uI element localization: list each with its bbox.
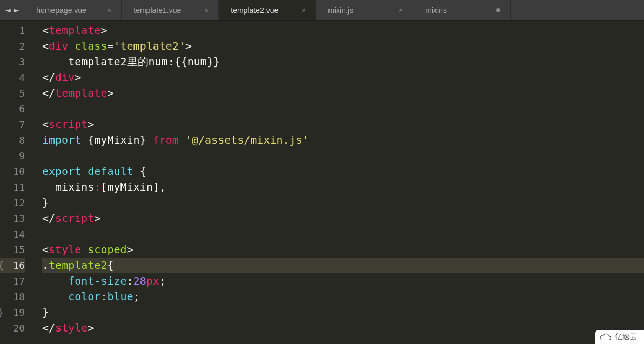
code-editor[interactable]: 12345678910111213141516{171819}20 <templ…	[0, 21, 644, 344]
line-number: 18	[0, 289, 25, 305]
tab-mixins[interactable]: mixins	[413, 0, 511, 20]
code-line[interactable]: <template>	[42, 23, 644, 38]
forward-arrow-icon[interactable]: ►	[14, 5, 19, 15]
code-line[interactable]: </style>	[42, 320, 644, 336]
token: {	[133, 165, 146, 178]
token: >	[185, 39, 192, 52]
token: <	[42, 24, 49, 37]
code-line[interactable]	[42, 101, 644, 117]
token: script	[49, 118, 88, 131]
code-line[interactable]	[42, 226, 644, 242]
code-line[interactable]: mixins:[myMixin],	[42, 179, 644, 195]
token	[42, 274, 68, 287]
code-line[interactable]: <script>	[42, 117, 644, 132]
token: :	[94, 180, 100, 193]
token	[179, 133, 185, 146]
tab-mixin-js[interactable]: mixin.js×	[316, 0, 413, 20]
cloud-icon	[600, 333, 612, 341]
line-number: 15	[0, 242, 25, 258]
code-line[interactable]: </script>	[42, 211, 644, 226]
text-cursor	[113, 260, 113, 273]
token: >	[75, 71, 81, 84]
token: template2里的num:{{num}}	[42, 55, 220, 68]
code-line[interactable]: import {myMixin} from '@/assets/mixin.js…	[42, 132, 644, 148]
tab-template1-vue[interactable]: template1.vue×	[122, 0, 219, 20]
token: :	[100, 290, 107, 303]
tab-template2-vue[interactable]: template2.vue×	[219, 0, 316, 20]
token: template	[49, 24, 100, 37]
line-number: 19}	[0, 305, 25, 320]
token: >	[100, 24, 107, 37]
token: div	[55, 71, 75, 84]
tab-label: template2.vue	[231, 6, 278, 15]
line-number: 11	[0, 179, 25, 195]
tab-label: template1.vue	[133, 6, 181, 15]
token: :	[127, 274, 133, 287]
fold-open-icon[interactable]: {	[0, 258, 4, 273]
line-number: 17	[0, 273, 25, 289]
token: {myMixin}	[81, 133, 152, 146]
token: div	[49, 39, 68, 52]
code-line[interactable]: <style scoped>	[42, 242, 644, 258]
code-line[interactable]: </template>	[42, 85, 644, 101]
line-number: 6	[0, 101, 25, 117]
line-gutter: 12345678910111213141516{171819}20	[0, 21, 32, 344]
code-line[interactable]: template2里的num:{{num}}	[42, 54, 644, 70]
back-arrow-icon[interactable]: ◄	[5, 5, 11, 15]
token: px	[146, 274, 159, 287]
token: [myMixin],	[100, 180, 165, 193]
token: template2	[49, 259, 107, 272]
token: 'template2'	[113, 39, 185, 52]
token: </	[42, 71, 55, 84]
token: >	[88, 118, 94, 131]
token: <	[42, 243, 49, 256]
token: blue	[107, 290, 133, 303]
token: >	[107, 86, 113, 99]
tab-label: mixin.js	[328, 6, 353, 15]
code-line[interactable]: export default {	[42, 164, 644, 179]
code-line[interactable]: color:blue;	[42, 289, 644, 305]
code-line[interactable]: font-size:28px;	[42, 273, 644, 289]
watermark-badge: 亿速云	[595, 330, 644, 344]
line-number: 9	[0, 148, 25, 164]
line-number: 2	[0, 38, 25, 54]
close-icon[interactable]: ×	[399, 6, 403, 15]
token: color	[68, 290, 100, 303]
code-line[interactable]: }	[42, 305, 644, 320]
token: style	[55, 321, 88, 334]
line-number: 10	[0, 164, 25, 179]
line-number: 7	[0, 117, 25, 132]
close-icon[interactable]: ×	[204, 6, 209, 15]
token: style	[49, 243, 81, 256]
line-number: 1	[0, 23, 25, 38]
token: template	[55, 86, 107, 99]
line-number: 20	[0, 320, 25, 336]
code-line[interactable]: </div>	[42, 70, 644, 85]
code-area[interactable]: <template><div class='template2'> templa…	[32, 21, 644, 344]
dirty-indicator-icon	[496, 8, 500, 12]
code-line[interactable]: .template2{	[42, 258, 644, 273]
code-line[interactable]: }	[42, 195, 644, 211]
token: '@/assets/mixin.js'	[185, 133, 309, 146]
token	[42, 290, 68, 303]
token: class	[75, 39, 107, 52]
token: <	[42, 118, 49, 131]
token: >	[127, 243, 133, 256]
token: 28	[133, 274, 146, 287]
token: </	[42, 86, 55, 99]
close-icon[interactable]: ×	[301, 6, 306, 15]
token	[81, 165, 88, 178]
token: =	[107, 39, 113, 52]
code-line[interactable]	[42, 148, 644, 164]
token: font-size	[68, 274, 126, 287]
tab-label: homepage.vue	[36, 6, 86, 15]
fold-close-icon[interactable]: }	[0, 305, 4, 320]
line-number: 3	[0, 54, 25, 70]
token	[81, 243, 88, 256]
close-icon[interactable]: ×	[107, 6, 111, 15]
code-line[interactable]: <div class='template2'>	[42, 38, 644, 54]
token: }	[42, 306, 49, 319]
tab-homepage-vue[interactable]: homepage.vue×	[24, 0, 122, 20]
token: import	[42, 133, 81, 146]
line-number: 12	[0, 195, 25, 211]
